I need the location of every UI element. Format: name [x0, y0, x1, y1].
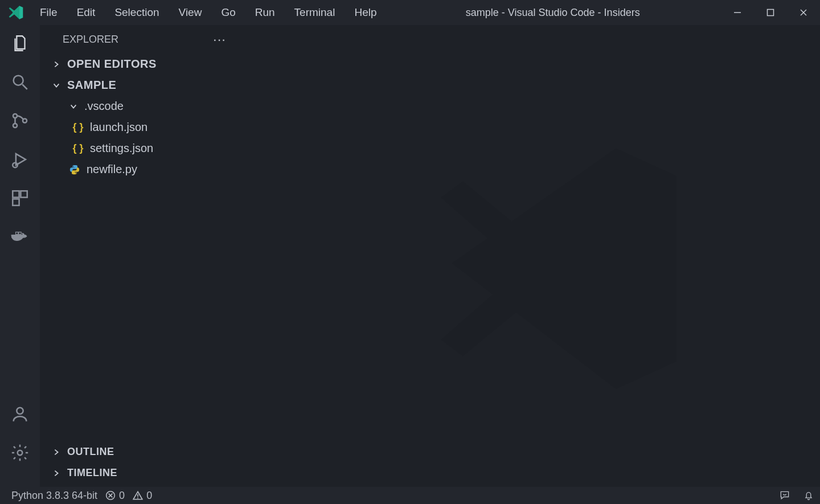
- chevron-right-icon: [51, 469, 62, 477]
- sidebar-title: EXPLORER: [63, 34, 118, 46]
- vscode-watermark-icon: [419, 132, 692, 408]
- svg-rect-1: [768, 10, 774, 16]
- error-icon: [105, 490, 116, 501]
- folder-label: .vscode: [84, 100, 124, 113]
- settings-gear-icon[interactable]: [9, 441, 31, 464]
- status-warnings[interactable]: 0: [133, 490, 152, 502]
- chevron-down-icon: [51, 81, 62, 89]
- svg-point-19: [18, 450, 23, 456]
- section-outline[interactable]: OUTLINE: [40, 441, 236, 462]
- close-button[interactable]: [787, 0, 820, 25]
- file-label: settings.json: [90, 142, 153, 155]
- menu-terminal[interactable]: Terminal: [286, 3, 343, 22]
- status-python-label: Python 3.8.3 64-bit: [11, 490, 97, 502]
- sidebar-more-icon[interactable]: ···: [213, 31, 226, 47]
- svg-point-7: [13, 124, 17, 128]
- bell-icon[interactable]: [803, 490, 814, 501]
- titlebar: File Edit Selection View Go Run Terminal…: [0, 0, 820, 25]
- svg-rect-11: [20, 191, 27, 197]
- explorer-tree: OPEN EDITORS SAMPLE .vscode { } launch.j…: [40, 54, 236, 441]
- svg-rect-16: [16, 232, 18, 235]
- maximize-button[interactable]: [754, 0, 787, 25]
- svg-rect-10: [13, 191, 19, 197]
- source-control-icon[interactable]: [9, 109, 31, 132]
- main-area: EXPLORER ··· OPEN EDITORS SAMPLE .v: [0, 25, 820, 487]
- svg-rect-17: [19, 232, 21, 235]
- menu-selection[interactable]: Selection: [106, 3, 167, 22]
- error-count: 0: [119, 490, 125, 502]
- section-label: OPEN EDITORS: [67, 58, 157, 71]
- explorer-sidebar: EXPLORER ··· OPEN EDITORS SAMPLE .v: [40, 25, 236, 487]
- sidebar-bottom-sections: OUTLINE TIMELINE: [40, 441, 236, 487]
- menu-file[interactable]: File: [32, 3, 65, 22]
- status-python[interactable]: Python 3.8.3 64-bit: [11, 490, 97, 502]
- file-label: newfile.py: [87, 163, 137, 176]
- svg-point-21: [76, 173, 77, 174]
- chevron-right-icon: [51, 448, 62, 456]
- status-errors[interactable]: 0: [105, 490, 125, 502]
- file-settings-json[interactable]: { } settings.json: [40, 138, 236, 159]
- minimize-button[interactable]: [721, 0, 754, 25]
- menu-view[interactable]: View: [171, 3, 210, 22]
- menu-edit[interactable]: Edit: [69, 3, 104, 22]
- warning-count: 0: [146, 490, 152, 502]
- python-icon: [68, 164, 81, 175]
- sidebar-header: EXPLORER ···: [40, 25, 236, 54]
- warning-icon: [133, 490, 143, 501]
- feedback-icon[interactable]: [779, 490, 790, 501]
- chevron-right-icon: [51, 60, 62, 68]
- file-launch-json[interactable]: { } launch.json: [40, 117, 236, 138]
- run-debug-icon[interactable]: [9, 148, 31, 171]
- activity-bar: [0, 25, 40, 487]
- chevron-down-icon: [68, 103, 79, 110]
- window-controls: [721, 0, 820, 25]
- section-label: OUTLINE: [67, 446, 114, 458]
- svg-point-9: [13, 163, 18, 168]
- section-timeline[interactable]: TIMELINE: [40, 462, 236, 483]
- section-open-editors[interactable]: OPEN EDITORS: [40, 54, 236, 75]
- svg-rect-12: [13, 199, 19, 205]
- folder-root-label: SAMPLE: [67, 79, 116, 92]
- folder-vscode[interactable]: .vscode: [40, 96, 236, 117]
- vscode-insiders-icon: [0, 5, 32, 21]
- accounts-icon[interactable]: [9, 403, 31, 425]
- svg-point-4: [14, 76, 23, 85]
- search-icon[interactable]: [9, 71, 31, 93]
- svg-line-5: [22, 84, 27, 89]
- menu-help[interactable]: Help: [346, 3, 384, 22]
- file-newfile-py[interactable]: newfile.py: [40, 159, 236, 180]
- svg-point-18: [17, 408, 23, 414]
- section-folder-root[interactable]: SAMPLE: [40, 75, 236, 96]
- docker-icon[interactable]: [9, 226, 31, 248]
- json-icon: { }: [72, 142, 84, 154]
- extensions-icon[interactable]: [9, 187, 31, 210]
- menu-go[interactable]: Go: [213, 3, 243, 22]
- svg-point-6: [13, 114, 17, 118]
- explorer-icon[interactable]: [9, 32, 31, 55]
- file-label: launch.json: [90, 121, 147, 134]
- status-bar: Python 3.8.3 64-bit 0 0: [0, 487, 820, 504]
- window-title: sample - Visual Studio Code - Insiders: [385, 7, 721, 19]
- menu-run[interactable]: Run: [247, 3, 283, 22]
- menu-bar: File Edit Selection View Go Run Terminal…: [32, 3, 385, 22]
- svg-point-8: [23, 118, 27, 122]
- json-icon: { }: [72, 121, 84, 133]
- editor-area: [236, 25, 820, 487]
- svg-point-26: [137, 498, 138, 499]
- svg-point-20: [73, 166, 74, 167]
- section-label: TIMELINE: [67, 467, 117, 479]
